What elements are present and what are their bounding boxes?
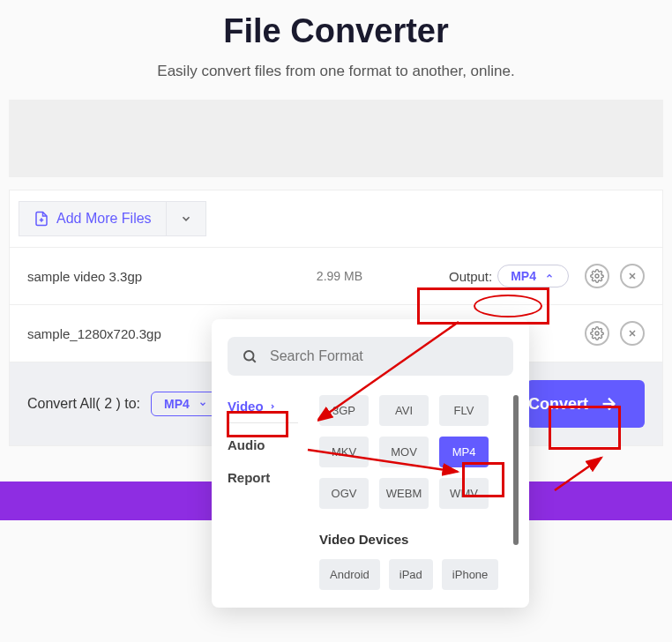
add-more-files-button[interactable]: Add More Files <box>19 201 166 236</box>
settings-button[interactable] <box>585 321 609 346</box>
remove-button[interactable] <box>620 321 645 346</box>
chevron-up-icon <box>545 272 554 280</box>
output-format-selector[interactable]: MP4 <box>497 265 569 287</box>
gear-icon <box>590 326 604 340</box>
file-name: sample video 3.3gp <box>27 269 221 284</box>
format-chip-mp4[interactable]: MP4 <box>439 437 489 467</box>
category-audio[interactable]: Audio <box>228 434 298 456</box>
format-grid: 3GP AVI FLV MKV MOV MP4 OGV WEBM WMV <box>319 395 513 509</box>
svg-point-0 <box>595 274 599 278</box>
format-search-input[interactable] <box>228 337 513 376</box>
convert-all-format-selector[interactable]: MP4 <box>151 392 220 416</box>
chevron-right-icon <box>269 403 276 410</box>
svg-point-3 <box>595 332 599 335</box>
add-more-files-label: Add More Files <box>56 211 152 227</box>
convert-button[interactable]: Convert <box>526 380 645 428</box>
convert-all-format-value: MP4 <box>164 397 190 411</box>
format-chip-webm[interactable]: WEBM <box>379 478 429 509</box>
format-chip-mov[interactable]: MOV <box>379 437 429 467</box>
close-icon <box>627 271 638 281</box>
arrow-right-icon <box>599 394 618 414</box>
output-label: Output: <box>449 269 492 284</box>
svg-line-8 <box>252 359 255 362</box>
page-subtitle: Easily convert files from one format to … <box>0 63 672 80</box>
format-chip-mkv[interactable]: MKV <box>319 437 369 467</box>
svg-point-7 <box>244 351 254 361</box>
file-row: sample video 3.3gp 2.99 MB Output: MP4 <box>10 247 662 304</box>
close-icon <box>627 328 638 339</box>
format-category-list: Video Audio Report <box>228 395 298 520</box>
output-format-value: MP4 <box>511 269 536 283</box>
file-name: sample_1280x720.3gp <box>27 326 221 341</box>
category-report[interactable]: Report <box>228 467 298 489</box>
scrollbar[interactable] <box>513 395 519 520</box>
format-chip-ogv[interactable]: OGV <box>319 478 369 509</box>
format-chip-flv[interactable]: FLV <box>439 395 489 426</box>
add-more-dropdown[interactable] <box>166 201 206 236</box>
format-chip-3gp[interactable]: 3GP <box>319 395 369 426</box>
gear-icon <box>590 269 604 283</box>
search-icon <box>242 348 258 364</box>
chevron-down-icon <box>180 213 192 225</box>
ad-banner <box>9 100 663 177</box>
format-chip-wmv[interactable]: WMV <box>439 478 489 509</box>
convert-button-label: Convert <box>528 395 588 414</box>
category-video[interactable]: Video <box>228 395 298 423</box>
remove-button[interactable] <box>620 264 645 288</box>
format-popup: Video Audio Report 3GP AVI FLV MKV MOV M… <box>212 319 529 520</box>
chevron-down-icon <box>198 399 207 408</box>
format-chip-avi[interactable]: AVI <box>379 395 429 426</box>
page-title: File Converter <box>0 12 672 50</box>
settings-button[interactable] <box>585 264 609 288</box>
file-size: 2.99 MB <box>221 269 380 283</box>
add-file-icon <box>34 211 49 227</box>
convert-all-label: Convert All( 2 ) to: <box>27 396 140 412</box>
